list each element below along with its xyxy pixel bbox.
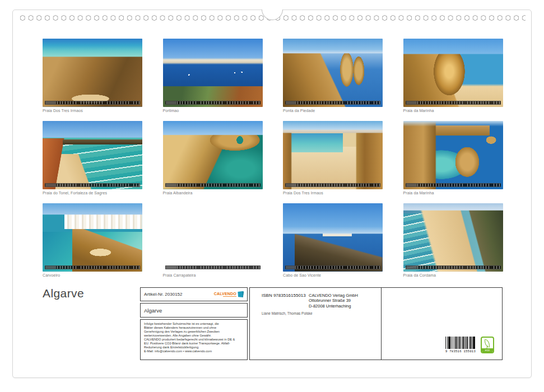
barcode-bars: [445, 337, 476, 349]
mini-calendar-month-label: [45, 101, 56, 104]
photo-caption: Praia Albandeira: [163, 191, 263, 195]
mini-calendar-days: [177, 184, 260, 186]
mini-calendar-month-label: [286, 266, 296, 269]
mini-calendar-month-label: [166, 266, 176, 269]
barcode-group: 9 783516 155013 eco: [444, 337, 494, 353]
calvendo-wordmark: CALVENDO: [214, 292, 236, 297]
photo-caption: Praia do Tonel, Fortaleza de Sagres: [43, 191, 142, 195]
artikel-number: Artikel-Nr. 2030152: [144, 292, 182, 297]
mini-calendar-days: [297, 184, 380, 186]
page-title: Algarve: [43, 287, 84, 300]
mini-calendar-month-label: [166, 184, 176, 186]
photo-praia-carrapateira: [163, 203, 263, 272]
month-thumbnail: Praia Dos Tres Irmaos: [283, 121, 383, 203]
mini-calendar-strip: [406, 183, 501, 187]
mini-calendar-month-label: [45, 184, 56, 186]
photo-caption: Ponta da Piedade: [283, 109, 383, 113]
mini-calendar-strip: [45, 265, 140, 269]
mini-calendar-strip: [406, 101, 501, 105]
month-thumbnail: Carvoeiro: [43, 203, 142, 286]
photo-portimao: [163, 39, 263, 107]
photo-caption: Carvoeiro: [43, 273, 142, 277]
mini-calendar-strip: [406, 265, 501, 269]
photo-praia-dos-tres-irmaos: [43, 39, 142, 107]
month-thumbnail: Praia Albandeira: [163, 121, 263, 203]
calendar-title: Algarve: [144, 307, 162, 314]
eco-logo: eco: [481, 337, 494, 353]
mini-calendar-days: [177, 266, 260, 269]
photo-caption: Praia da Marinha: [403, 191, 503, 195]
publisher-info-table: Artikel-Nr. 2030152 CALVENDO Algarve Inf…: [140, 287, 503, 360]
mini-calendar-strip: [285, 265, 380, 269]
mini-calendar-days: [297, 101, 380, 104]
calvendo-tagline: [223, 296, 236, 297]
calvendo-logo: CALVENDO: [214, 291, 244, 297]
mini-calendar-month-label: [406, 101, 417, 104]
photo-grid: Praia Dos Tres Irmaos Portimao: [43, 39, 503, 286]
authors: Liane Matrisch, Thomas Polske: [262, 311, 313, 315]
calendar-title-box: Algarve: [140, 303, 248, 318]
mini-calendar-days: [57, 101, 140, 104]
month-thumbnail: Ponta da Piedade: [283, 39, 383, 121]
info-left-column: Artikel-Nr. 2030152 CALVENDO Algarve Inf…: [140, 287, 248, 360]
publisher-address: CALVENDO Verlag GmbH Ottobrunner Straße …: [309, 293, 358, 309]
month-thumbnail: Praia da Marinha: [403, 121, 503, 203]
photo-caption: Portimao: [163, 109, 263, 113]
photo-caption: Praia Dos Tres Irmaos: [43, 109, 142, 113]
photo-praia-dos-tres-irmaos-2: [283, 121, 383, 189]
mini-calendar-month-label: [406, 184, 417, 186]
month-thumbnail: Praia da Marinha: [403, 39, 503, 121]
ean-barcode: 9 783516 155013: [444, 337, 477, 353]
month-thumbnail: Praia da Cordama: [403, 203, 503, 286]
isbn-cell: ISBN 9783516155013 CALVENDO Verlag GmbH …: [250, 288, 382, 360]
photo-praia-da-cordama: [403, 203, 503, 272]
mini-calendar-month-label: [406, 266, 417, 269]
month-thumbnail: Cabo de Sao Vicente: [283, 203, 383, 286]
info-main-box: ISBN 9783516155013 CALVENDO Verlag GmbH …: [249, 287, 503, 360]
photo-caption: Praia Carrapateira: [163, 273, 263, 277]
mini-calendar-strip: [45, 183, 140, 187]
photo-cabo-de-sao-vicente: [283, 203, 383, 272]
photo-caption: Cabo de Sao Vicente: [283, 273, 383, 277]
mini-calendar-strip: [285, 183, 380, 187]
photo-praia-do-tonel: [43, 121, 142, 189]
legal-text-box: Infolge bestehender Schutzrechte ist es …: [140, 319, 248, 360]
calendar-back-cover: Praia Dos Tres Irmaos Portimao: [0, 0, 544, 392]
mini-calendar-days: [297, 266, 380, 269]
photo-carvoeiro: [43, 203, 142, 272]
mini-calendar-month-label: [286, 184, 296, 186]
photo-praia-da-marinha-2: [403, 121, 503, 189]
mini-calendar-days: [177, 101, 260, 104]
month-thumbnail: Portimao: [163, 39, 263, 121]
eco-label: eco: [482, 348, 493, 352]
calvendo-flag-icon: [238, 291, 244, 297]
mini-calendar-days: [417, 184, 500, 186]
isbn-number: ISBN 9783516155013: [262, 293, 306, 298]
mini-calendar-days: [57, 184, 140, 186]
artikel-box: Artikel-Nr. 2030152 CALVENDO: [140, 287, 248, 301]
photo-ponta-da-piedade: [283, 39, 383, 107]
mini-calendar-strip: [165, 265, 261, 269]
calendar-page: Praia Dos Tres Irmaos Portimao: [12, 10, 532, 378]
mini-calendar-strip: [285, 101, 380, 105]
mini-calendar-days: [57, 266, 140, 269]
mini-calendar-strip: [165, 183, 261, 187]
mini-calendar-month-label: [286, 101, 296, 104]
mini-calendar-month-label: [45, 266, 56, 269]
mini-calendar-strip: [45, 101, 140, 105]
photo-caption: Praia da Cordama: [403, 273, 503, 277]
mini-calendar-days: [417, 101, 500, 104]
mini-calendar-month-label: [166, 101, 176, 104]
photo-praia-albandeira: [163, 121, 263, 189]
barcode-digits: 9 783516 155013: [444, 349, 477, 353]
photo-caption: Praia da Marinha: [403, 109, 503, 113]
month-thumbnail: Praia Dos Tres Irmaos: [43, 39, 142, 121]
photo-caption: Praia Dos Tres Irmaos: [283, 191, 383, 195]
month-thumbnail: Praia Carrapateira: [163, 203, 263, 286]
photo-praia-da-marinha: [403, 39, 503, 107]
month-thumbnail: Praia do Tonel, Fortaleza de Sagres: [43, 121, 142, 203]
mini-calendar-days: [417, 266, 500, 269]
barcode-cell: 9 783516 155013 eco: [382, 288, 502, 360]
mini-calendar-strip: [165, 101, 261, 105]
calvendo-brand-text: CALVENDO: [214, 292, 236, 296]
